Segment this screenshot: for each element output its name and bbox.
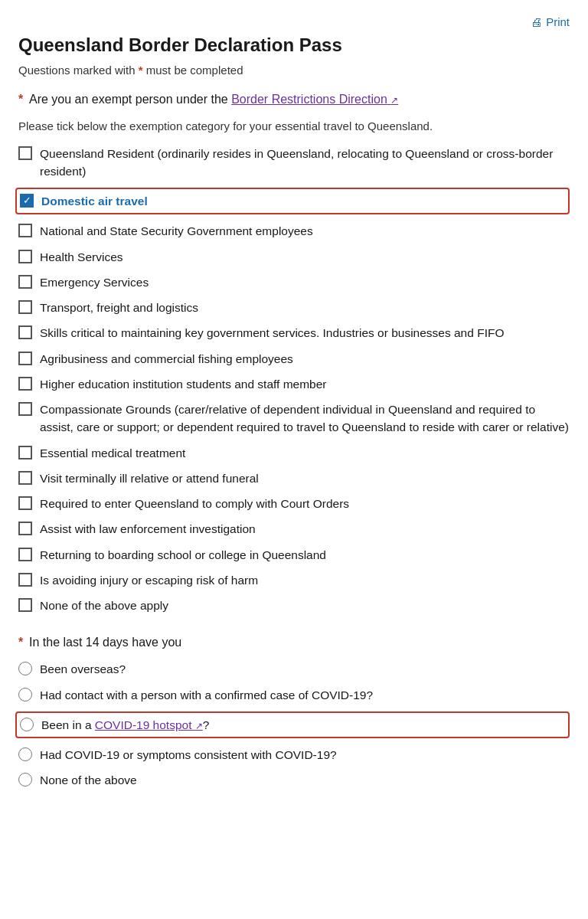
qld-resident-checkbox[interactable] bbox=[18, 146, 32, 160]
page-title: Queensland Border Declaration Pass bbox=[18, 34, 570, 56]
court-orders-checkbox[interactable] bbox=[18, 496, 32, 510]
agribusiness-checkbox[interactable] bbox=[18, 352, 32, 365]
border-restrictions-link[interactable]: Border Restrictions Direction ↗ bbox=[231, 93, 398, 106]
visit-terminally-checkbox[interactable] bbox=[18, 471, 32, 485]
printer-icon: 🖨 bbox=[531, 15, 542, 28]
list-item: Queensland Resident (ordinarily resides … bbox=[18, 145, 570, 181]
domestic-air-travel-checkbox[interactable] bbox=[20, 194, 34, 208]
domestic-air-travel-label: Domestic air travel bbox=[41, 192, 148, 210]
list-item: Assist with law enforcement investigatio… bbox=[18, 520, 570, 538]
avoiding-injury-checkbox[interactable] bbox=[18, 573, 32, 587]
been-overseas-radio[interactable] bbox=[18, 662, 32, 675]
skills-critical-checkbox[interactable] bbox=[18, 325, 32, 339]
list-item: Agribusiness and commercial fishing empl… bbox=[18, 350, 570, 368]
list-item: None of the above bbox=[18, 771, 570, 789]
national-state-security-checkbox[interactable] bbox=[18, 224, 32, 237]
list-item: Been overseas? bbox=[18, 660, 570, 678]
emergency-services-checkbox[interactable] bbox=[18, 275, 32, 289]
exempt-checkbox-list: Queensland Resident (ordinarily resides … bbox=[18, 145, 570, 615]
essential-medical-checkbox[interactable] bbox=[18, 446, 32, 460]
print-button[interactable]: 🖨 Print bbox=[531, 15, 570, 28]
list-item: None of the above apply bbox=[18, 597, 570, 614]
list-item: National and State Security Government e… bbox=[18, 222, 570, 240]
list-item: Emergency Services bbox=[18, 273, 570, 291]
domestic-air-travel-item: Domestic air travel bbox=[15, 188, 570, 214]
list-item: Compassionate Grounds (carer/relative of… bbox=[18, 401, 570, 437]
print-container: 🖨 Print bbox=[18, 15, 570, 28]
had-covid-radio[interactable] bbox=[18, 747, 32, 761]
list-item: Required to enter Queensland to comply w… bbox=[18, 495, 570, 512]
transport-checkbox[interactable] bbox=[18, 300, 32, 314]
days-radio-list: Been overseas? Had contact with a person… bbox=[18, 660, 570, 789]
page-subtitle: Questions marked with * must be complete… bbox=[18, 64, 570, 77]
law-enforcement-checkbox[interactable] bbox=[18, 522, 32, 535]
health-services-checkbox[interactable] bbox=[18, 250, 32, 263]
list-item: Returning to boarding school or college … bbox=[18, 546, 570, 564]
list-item: Essential medical treatment bbox=[18, 444, 570, 462]
section-exempt-description: Please tick below the exemption category… bbox=[18, 118, 570, 136]
list-item: Had COVID-19 or symptoms consistent with… bbox=[18, 746, 570, 764]
external-link-icon: ↗ bbox=[390, 95, 398, 106]
section-exempt-label: * Are you an exempt person under the Bor… bbox=[18, 90, 570, 109]
none-above-apply-checkbox[interactable] bbox=[18, 598, 32, 612]
confirmed-case-radio[interactable] bbox=[18, 688, 32, 702]
section-exempt: * Are you an exempt person under the Bor… bbox=[18, 90, 570, 614]
covid-hotspot-item: Been in a COVID-19 hotspot ↗? bbox=[15, 711, 570, 738]
list-item: Skills critical to maintaining key gover… bbox=[18, 324, 570, 342]
covid-hotspot-link[interactable]: COVID-19 hotspot ↗ bbox=[95, 718, 203, 731]
compassionate-grounds-checkbox[interactable] bbox=[18, 402, 32, 416]
external-link-icon-2: ↗ bbox=[195, 721, 203, 731]
section-14days: * In the last 14 days have you Been over… bbox=[18, 636, 570, 789]
list-item: Health Services bbox=[18, 248, 570, 266]
list-item: Transport, freight and logistics bbox=[18, 299, 570, 316]
required-star: * bbox=[139, 64, 143, 77]
boarding-school-checkbox[interactable] bbox=[18, 548, 32, 561]
list-item: Visit terminally ill relative or attend … bbox=[18, 469, 570, 487]
print-label: Print bbox=[546, 15, 570, 28]
list-item: Had contact with a person with a confirm… bbox=[18, 686, 570, 704]
higher-education-checkbox[interactable] bbox=[18, 377, 32, 391]
list-item: Higher education institution students an… bbox=[18, 375, 570, 393]
section-14days-label: * In the last 14 days have you bbox=[18, 636, 570, 649]
none-above-radio[interactable] bbox=[18, 773, 32, 787]
covid-hotspot-radio[interactable] bbox=[20, 718, 34, 731]
list-item: Is avoiding injury or escaping risk of h… bbox=[18, 571, 570, 589]
